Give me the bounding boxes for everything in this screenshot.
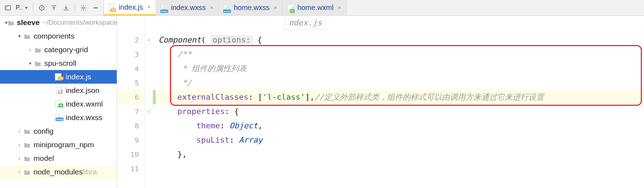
fold-marker[interactable] — [145, 61, 153, 76]
folder-icon — [23, 168, 31, 175]
tree-item-label: spu-scroll — [44, 59, 76, 68]
code-token-plain: : [ — [248, 93, 263, 102]
fold-marker[interactable] — [145, 147, 153, 162]
code-editor[interactable]: ndex.js 234567891011 ⊖⊖ Component( optio… — [117, 16, 644, 188]
tree-folder[interactable]: ›category-grid — [0, 43, 117, 56]
fold-marker[interactable] — [145, 133, 153, 147]
folder-icon — [23, 33, 31, 40]
editor-tab[interactable]: wxsshome.wxss× — [219, 0, 282, 15]
project-tree[interactable]: ▾ sleeve ~/Documents/workspace/java_full… — [0, 16, 117, 188]
code-token-type: Object — [230, 121, 258, 130]
code-token-prop: spuList — [196, 135, 230, 144]
code-token-comment: /** — [177, 50, 192, 59]
code-line[interactable]: */ — [156, 76, 644, 90]
editor-tabs: JSindex.js×wxssindex.wxss×wxsshome.wxss×… — [104, 0, 644, 15]
tree-file[interactable]: wxssindex.wxss — [0, 111, 117, 124]
line-number[interactable]: 4 — [117, 61, 145, 76]
chevron-down-icon[interactable]: ▾ — [26, 60, 34, 66]
separator — [75, 3, 75, 13]
project-tool-window-icon[interactable] — [4, 4, 12, 12]
code-line[interactable]: properties: { — [156, 104, 644, 119]
code-line[interactable]: Component( options: { — [156, 33, 644, 47]
line-number[interactable]: 11 — [117, 162, 145, 176]
code-token-ident: Component — [159, 35, 201, 44]
editor-tab[interactable]: JSindex.js× — [104, 0, 156, 15]
code-token-comment: * 组件的属性列表 — [177, 64, 247, 73]
tree-folder[interactable]: ›config — [0, 124, 117, 138]
code-token-str: 'l-class' — [262, 93, 305, 102]
tree-file[interactable]: Windex.wxml — [0, 97, 117, 111]
fold-marker[interactable] — [145, 119, 153, 133]
vcs-change-marker — [153, 47, 156, 61]
close-icon[interactable]: × — [274, 5, 277, 11]
close-icon[interactable]: × — [338, 5, 341, 11]
tree-file[interactable]: { }index.json — [0, 84, 117, 97]
fold-marker[interactable]: ⊖ — [145, 33, 153, 47]
tab-label: home.wxml — [297, 4, 333, 12]
line-number[interactable]: 7 — [117, 104, 145, 119]
code-line[interactable]: theme: Object, — [156, 119, 644, 133]
fold-marker[interactable]: ⊖ — [145, 104, 153, 119]
fold-marker[interactable] — [145, 76, 153, 90]
code-line[interactable] — [156, 162, 644, 176]
tree-item-suffix: libra — [83, 168, 97, 176]
tree-root[interactable]: ▾ sleeve ~/Documents/workspace/java_full… — [0, 16, 117, 29]
tree-folder[interactable]: ›node_modules libra — [0, 165, 117, 179]
chevron-right-icon[interactable]: › — [26, 47, 34, 53]
line-number[interactable]: 5 — [117, 76, 145, 90]
vcs-change-marker — [153, 133, 156, 147]
fold-column[interactable]: ⊖⊖ — [145, 16, 153, 188]
tree-item-label: index.js — [66, 73, 91, 81]
line-gutter[interactable]: 234567891011 — [117, 16, 145, 188]
chevron-right-icon[interactable]: › — [16, 155, 23, 161]
project-selector-label: P.. — [16, 4, 23, 11]
code-token-plain: { — [253, 35, 262, 44]
tree-file[interactable]: JSindex.js — [0, 70, 117, 84]
tree-folder[interactable]: ▾spu-scroll — [0, 56, 117, 70]
line-number[interactable]: 6 — [117, 90, 145, 104]
fold-marker[interactable] — [145, 90, 153, 104]
js-file-icon: JS — [109, 4, 116, 11]
editor-tab[interactable]: wxssindex.wxss× — [156, 0, 219, 15]
tab-label: index.js — [119, 3, 143, 11]
tree-folder[interactable]: ›miniprogram_npm — [0, 138, 117, 152]
chevron-down-icon: ▼ — [24, 5, 29, 10]
js-file-icon: JS — [55, 73, 64, 80]
code-line[interactable]: }, — [156, 147, 644, 162]
gear-icon[interactable] — [79, 4, 88, 12]
line-number[interactable]: 9 — [117, 133, 145, 147]
tree-folder[interactable]: ›model — [0, 152, 117, 165]
chevron-right-icon[interactable]: › — [16, 128, 23, 134]
wxss-file-icon: wxss — [55, 114, 64, 121]
chevron-right-icon[interactable]: › — [16, 169, 23, 175]
line-number[interactable]: 8 — [117, 119, 145, 133]
vcs-change-marker — [153, 147, 156, 162]
chevron-down-icon[interactable]: ▾ — [16, 33, 23, 39]
align-bottom-icon[interactable] — [62, 4, 70, 12]
align-top-icon[interactable] — [50, 4, 58, 12]
close-icon[interactable]: × — [210, 5, 213, 11]
project-selector[interactable]: P.. ▼ — [16, 4, 29, 11]
tree-item-label: components — [34, 32, 74, 40]
target-icon[interactable] — [37, 4, 46, 12]
line-number[interactable]: 2 — [117, 33, 145, 47]
code-line[interactable]: externalClasses: ['l-class'],//定义外部样式类，组… — [156, 90, 644, 104]
chevron-right-icon[interactable]: › — [16, 142, 23, 148]
editor-tab[interactable]: Whome.wxml× — [282, 0, 346, 15]
vcs-change-marker — [153, 119, 156, 133]
code-body[interactable]: Component( options: { /** * 组件的属性列表 */ e… — [156, 16, 644, 188]
line-number[interactable]: 10 — [117, 147, 145, 162]
tree-folder[interactable]: ▾components — [0, 29, 117, 43]
code-line[interactable]: * 组件的属性列表 — [156, 61, 644, 76]
collapse-icon[interactable] — [91, 4, 100, 12]
wxml-file-icon: W — [55, 100, 64, 108]
fold-marker[interactable] — [145, 47, 153, 61]
vcs-change-column — [153, 16, 156, 188]
vcs-change-marker — [153, 33, 156, 47]
code-line[interactable]: spuList: Array — [156, 133, 644, 147]
line-number[interactable]: 3 — [117, 47, 145, 61]
tree-item-label: node_modules — [34, 168, 83, 176]
fold-marker[interactable] — [145, 162, 153, 176]
close-icon[interactable]: × — [147, 4, 150, 10]
code-line[interactable]: /** — [156, 47, 644, 61]
